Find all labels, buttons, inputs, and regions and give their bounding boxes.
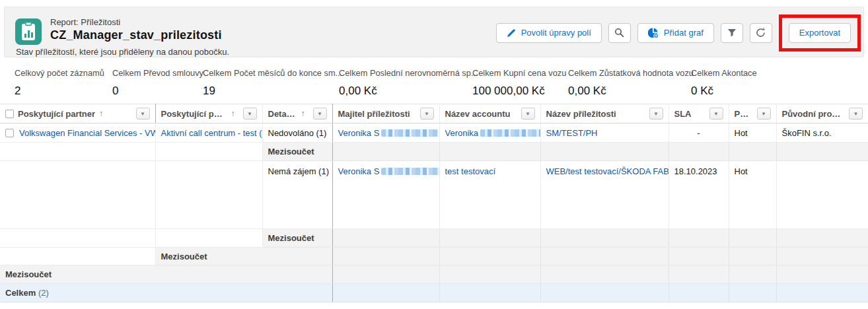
subtotal-row: Mezisoučet (0, 265, 868, 284)
summary-record-count: Celkový počet záznamů 2 (15, 68, 112, 103)
report-type-label: Report: Příležitosti (50, 17, 222, 27)
opportunity-link[interactable]: SM/TEST/PH (546, 128, 598, 138)
priority-value: Hot (735, 128, 748, 138)
pie-chart-icon (648, 28, 659, 38)
column-filter-icon[interactable]: ▼ (709, 108, 723, 120)
subtotal-row: Mezisoučet (0, 143, 868, 161)
subtotal-label: Mezisoučet (5, 269, 52, 279)
owner-link[interactable]: Veronika S (338, 166, 440, 176)
summary-prevod-smlouvy: Celkem Převod smlouvy 0 (112, 68, 203, 103)
column-header-poskytujici-partner[interactable]: Poskytující partner (18, 109, 95, 119)
owner-link[interactable]: Veronika S (338, 128, 439, 138)
report-icon (15, 18, 42, 45)
refresh-button[interactable] (750, 23, 772, 43)
redacted-text (381, 129, 438, 137)
pencil-icon (507, 28, 516, 38)
summary-kupni-cena: Celkem Kupní cena vozu 100 000,00 Kč (472, 68, 568, 103)
funnel-icon (727, 28, 737, 37)
total-count: (2) (38, 288, 49, 298)
subtotal-label: Mezisoučet (268, 147, 314, 156)
edit-fields-button[interactable]: Povolit úpravy polí (496, 23, 602, 43)
sort-asc-icon: ↑ (301, 109, 305, 118)
select-all-checkbox[interactable] (5, 110, 14, 118)
table-row: Nemá zájem (1) Veronika S test testovací… (0, 161, 868, 229)
page-title: CZ_Manager_stav_prilezitosti (50, 28, 222, 42)
column-filter-icon[interactable]: ▼ (420, 108, 434, 120)
partner-link[interactable]: Volkswagen Financial Services - VWFS (2) (19, 128, 155, 138)
subtotal-label: Mezisoučet (268, 233, 314, 243)
column-header-majitel-prilezitosti[interactable]: Majitel příležitosti (338, 109, 410, 119)
original-seller-value: ŠkoFIN s.r.o. (782, 128, 832, 138)
search-button[interactable] (608, 23, 631, 43)
subtotal-label: Mezisoučet (161, 252, 207, 261)
column-filter-icon[interactable]: ▼ (313, 108, 327, 120)
summary-pocet-mesicu: Celkem Počet měsíců do konce sm... 19 (203, 68, 339, 103)
column-header-poskytujici-pobocka[interactable]: Poskytující pobočka (161, 109, 227, 119)
column-filter-icon[interactable]: ▼ (649, 108, 663, 120)
add-chart-button[interactable]: Přidat graf (637, 23, 714, 43)
report-header-panel: Report: Příležitosti CZ_Manager_stav_pri… (4, 7, 864, 57)
column-header-nazev-accountu[interactable]: Název accountu (445, 109, 511, 119)
table-header-row: Poskytující partner ↑ ▼ Poskytující pobo… (0, 104, 868, 123)
column-filter-icon[interactable]: ▼ (136, 108, 150, 120)
subtotal-row: Mezisoučet (0, 248, 868, 265)
column-header-nazev-prilezitosti[interactable]: Název příležitosti (546, 109, 616, 119)
redacted-text (381, 168, 439, 175)
redacted-text (480, 129, 540, 137)
account-link[interactable]: test testovací (445, 166, 496, 176)
export-button[interactable]: Exportovat (789, 23, 851, 43)
column-filter-icon[interactable]: ▼ (849, 108, 863, 120)
priority-value: Hot (735, 166, 748, 176)
status-detail: Nedovoláno (1) (268, 128, 327, 138)
column-filter-icon[interactable]: ▼ (521, 108, 535, 120)
clipboard-chart-icon (22, 24, 35, 40)
opportunity-link[interactable]: WEB/test testovací/ŠKODA FABIA (546, 166, 669, 176)
table-row: Volkswagen Financial Services - VWFS (2)… (0, 123, 868, 143)
summary-strip: Celkový počet záznamů 2 Celkem Převod sm… (0, 58, 868, 103)
summary-posledni-splatka: Celkem Poslední nerovnoměrná sp... 0,00 … (339, 68, 472, 103)
refresh-icon (756, 28, 766, 38)
row-checkbox[interactable] (5, 129, 14, 137)
status-detail: Nemá zájem (1) (268, 166, 329, 176)
sort-asc-icon: ↑ (99, 109, 103, 118)
search-icon (614, 28, 624, 38)
column-header-detail-stavu[interactable]: Detail stavu (268, 109, 297, 119)
summary-zustatkova-hodnota: Celkem Zůstatková hodnota vozu 0,00 Kč (568, 68, 691, 103)
column-header-sla[interactable]: SLA (674, 109, 692, 119)
subtotal-row: Mezisoučet (0, 229, 868, 248)
toolbar: Povolit úpravy polí Přidat graf (496, 7, 861, 58)
report-table: Poskytující partner ↑ ▼ Poskytující pobo… (0, 104, 868, 302)
sla-value: 18.10.2023 (674, 166, 717, 176)
column-filter-icon[interactable]: ▼ (243, 108, 257, 120)
summary-akontace: Celkem Akontace 0 Kč (691, 68, 757, 103)
column-header-puvodni-prodejce[interactable]: Původní prodejce (782, 109, 842, 119)
sort-asc-icon: ↑ (231, 109, 235, 118)
column-header-priorita[interactable]: Priorita (735, 109, 749, 119)
filter-button[interactable] (721, 23, 743, 43)
export-highlight-annotation: Exportovat (779, 15, 861, 52)
report-description: Stav příležitostí, které jsou přiděleny … (16, 47, 229, 57)
account-link[interactable]: Veronika (445, 128, 541, 138)
sla-value: - (697, 128, 700, 138)
total-label: Celkem (5, 288, 36, 298)
grand-total-row: Celkem (2) (0, 284, 868, 302)
branch-link[interactable]: Aktivní call centrum - test (2) (161, 128, 263, 138)
column-filter-icon[interactable]: ▼ (757, 108, 771, 120)
